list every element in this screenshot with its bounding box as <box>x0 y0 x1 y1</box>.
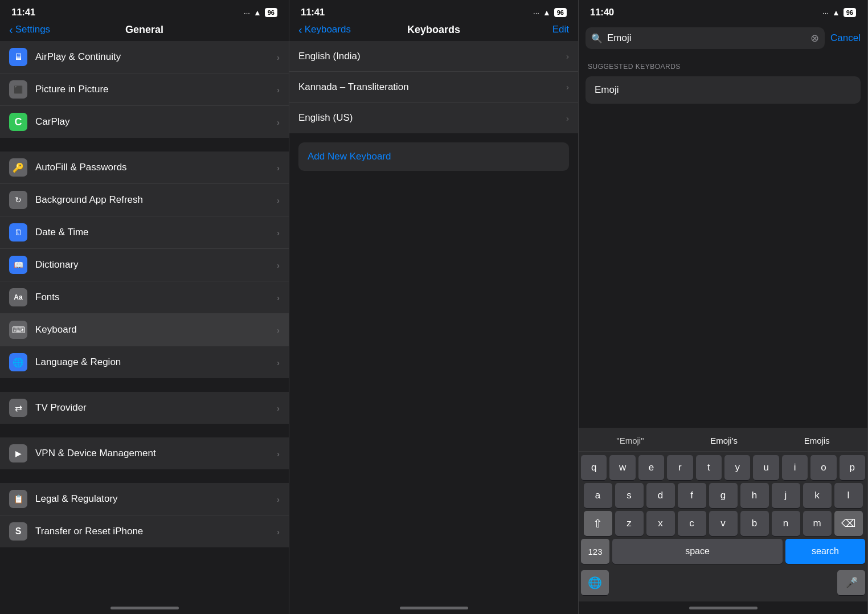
fonts-chevron: › <box>277 293 280 302</box>
search-input-wrap: 🔍 ⊗ <box>586 27 825 49</box>
wifi-icon-3: ▲ <box>832 8 840 17</box>
battery-1: 96 <box>265 8 277 17</box>
key-e[interactable]: e <box>638 455 664 480</box>
add-keyboard-label: Add New Keyboard <box>308 151 391 162</box>
keyboard-icon: ⌨ <box>9 321 27 339</box>
settings-list-1: 🖥 AirPlay & Continuity › ⬛ Picture in Pi… <box>0 41 289 601</box>
key-d[interactable]: d <box>646 483 675 508</box>
search-input[interactable] <box>607 32 806 44</box>
key-z[interactable]: z <box>615 511 644 536</box>
key-m[interactable]: m <box>803 511 832 536</box>
settings-group-1: 🖥 AirPlay & Continuity › ⬛ Picture in Pi… <box>0 41 289 138</box>
keyboard-item-english-us[interactable]: English (US) › <box>289 103 578 133</box>
home-bar-2 <box>400 607 468 609</box>
status-bar-2: 11:41 ··· ▲ 96 <box>289 0 578 22</box>
key-mic[interactable]: 🎤 <box>837 570 865 595</box>
spacer-3 <box>0 425 289 437</box>
fonts-label: Fonts <box>35 292 277 303</box>
home-bar-1 <box>110 607 179 609</box>
key-a[interactable]: a <box>584 483 612 508</box>
settings-row-vpn[interactable]: ▶ VPN & Device Management › <box>0 437 289 469</box>
language-icon: 🌐 <box>9 353 27 371</box>
settings-row-pip[interactable]: ⬛ Picture in Picture › <box>0 73 289 106</box>
key-search[interactable]: search <box>785 539 865 564</box>
key-h[interactable]: h <box>740 483 769 508</box>
key-u[interactable]: u <box>753 455 779 480</box>
battery-2: 96 <box>554 8 567 17</box>
spacer-4 <box>0 470 289 483</box>
settings-row-tvprovider[interactable]: ⇄ TV Provider › <box>0 392 289 424</box>
key-v[interactable]: v <box>709 511 738 536</box>
language-label: Language & Region <box>35 357 277 368</box>
key-w[interactable]: w <box>609 455 635 480</box>
settings-row-carplay[interactable]: C CarPlay › <box>0 106 289 138</box>
key-y[interactable]: y <box>724 455 750 480</box>
airplay-icon: 🖥 <box>9 48 27 66</box>
edit-button[interactable]: Edit <box>552 24 569 35</box>
legal-chevron: › <box>277 494 280 504</box>
battery-3: 96 <box>844 8 856 17</box>
spacer-bottom-key <box>612 570 834 595</box>
panel-general: 11:41 ··· ▲ 96 ‹ Settings General 🖥 AirP… <box>0 0 289 614</box>
spacer-1 <box>0 139 289 152</box>
key-shift[interactable]: ⇧ <box>584 511 612 536</box>
keyboard-item-english-india[interactable]: English (India) › <box>289 41 578 72</box>
on-screen-keyboard: "Emoji" Emoji's Emojis q w e r t y u i o… <box>579 428 867 614</box>
legal-label: Legal & Regulatory <box>35 493 277 505</box>
status-icons-2: ··· ▲ 96 <box>533 8 567 17</box>
suggestion-3[interactable]: Emojis <box>799 433 836 448</box>
cancel-button[interactable]: Cancel <box>830 32 861 44</box>
settings-row-bgrefresh[interactable]: ↻ Background App Refresh › <box>0 184 289 216</box>
key-o[interactable]: o <box>810 455 836 480</box>
key-numbers[interactable]: 123 <box>581 539 609 564</box>
settings-row-autofill[interactable]: 🔑 AutoFill & Passwords › <box>0 152 289 184</box>
dictionary-icon: 📖 <box>9 256 27 274</box>
settings-row-dictionary[interactable]: 📖 Dictionary › <box>0 249 289 281</box>
settings-row-language[interactable]: 🌐 Language & Region › <box>0 346 289 378</box>
settings-row-fonts[interactable]: Aa Fonts › <box>0 281 289 314</box>
home-indicator-2 <box>289 601 578 614</box>
suggested-emoji-item[interactable]: Emoji <box>586 76 861 104</box>
settings-row-keyboard[interactable]: ⌨ Keyboard › <box>0 314 289 346</box>
keyboard-group: English (India) › Kannada – Transliterat… <box>289 41 578 133</box>
key-f[interactable]: f <box>678 483 706 508</box>
key-q[interactable]: q <box>581 455 607 480</box>
key-i[interactable]: i <box>782 455 808 480</box>
settings-row-transfer[interactable]: S Transfer or Reset iPhone › <box>0 515 289 547</box>
key-r[interactable]: r <box>667 455 693 480</box>
key-c[interactable]: c <box>678 511 706 536</box>
key-x[interactable]: x <box>646 511 675 536</box>
keyboard-chevron: › <box>277 325 280 335</box>
tvprovider-chevron: › <box>277 403 280 413</box>
suggestion-2[interactable]: Emoji's <box>705 433 743 448</box>
search-clear-button[interactable]: ⊗ <box>810 32 819 44</box>
bgrefresh-chevron: › <box>277 195 280 205</box>
key-n[interactable]: n <box>772 511 800 536</box>
back-button-1[interactable]: ‹ Settings <box>9 24 50 35</box>
key-globe[interactable]: 🌐 <box>581 570 609 595</box>
tvprovider-label: TV Provider <box>35 402 277 414</box>
key-p[interactable]: p <box>840 455 865 480</box>
key-l[interactable]: l <box>834 483 863 508</box>
suggestion-1[interactable]: "Emoji" <box>611 433 649 448</box>
back-button-2[interactable]: ‹ Keyboards <box>298 24 351 35</box>
keyboard-kannada-chevron: › <box>566 82 569 92</box>
settings-row-airplay[interactable]: 🖥 AirPlay & Continuity › <box>0 41 289 73</box>
key-s[interactable]: s <box>615 483 644 508</box>
key-b[interactable]: b <box>740 511 769 536</box>
settings-row-legal[interactable]: 📋 Legal & Regulatory › <box>0 483 289 515</box>
keyboard-item-kannada[interactable]: Kannada – Transliteration › <box>289 72 578 103</box>
key-k[interactable]: k <box>803 483 832 508</box>
settings-group-2: 🔑 AutoFill & Passwords › ↻ Background Ap… <box>0 152 289 378</box>
pip-icon: ⬛ <box>9 80 27 99</box>
status-bar-3: 11:40 ··· ▲ 96 <box>579 0 867 22</box>
panel-search: 11:40 ··· ▲ 96 🔍 ⊗ Cancel SUGGESTED KEYB… <box>579 0 868 614</box>
key-t[interactable]: t <box>696 455 722 480</box>
settings-row-datetime[interactable]: 🗓 Date & Time › <box>0 216 289 249</box>
key-j[interactable]: j <box>772 483 800 508</box>
datetime-icon: 🗓 <box>9 223 27 241</box>
key-space[interactable]: space <box>612 539 783 564</box>
key-delete[interactable]: ⌫ <box>834 511 863 536</box>
add-keyboard-button[interactable]: Add New Keyboard <box>298 142 569 171</box>
key-g[interactable]: g <box>709 483 738 508</box>
